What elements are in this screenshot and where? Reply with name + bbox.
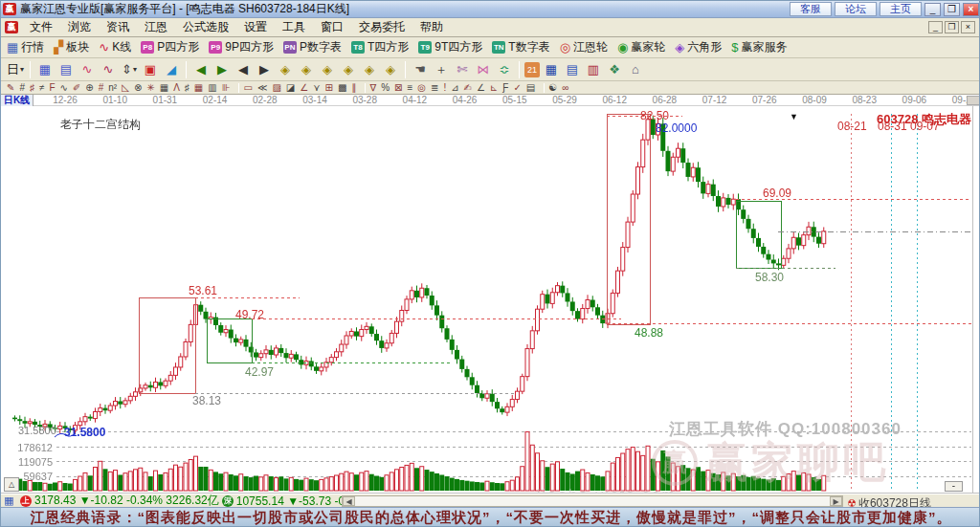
gradient-chart-icon[interactable]: ◢	[162, 60, 181, 79]
scale-toggle-icon[interactable]: ⇕▾	[120, 60, 139, 79]
draw-tool-icon-0-6[interactable]: ✐	[73, 82, 80, 94]
draw-tool-icon-0-2[interactable]: ♯	[30, 82, 34, 94]
child-restore-icon[interactable]: ❐	[945, 21, 959, 33]
remote-service-icon[interactable]: ⌂	[626, 60, 645, 79]
gann-diamond-4-icon[interactable]: ◈	[339, 60, 358, 79]
child-close-icon[interactable]: ×	[961, 21, 975, 33]
draw-tool-icon-1-6[interactable]: ⊞	[325, 82, 333, 94]
menu-item-6[interactable]: 工具	[275, 17, 313, 37]
customer-service-button[interactable]: 客服	[790, 2, 832, 16]
draw-tool-icon-2-0[interactable]: ∇	[369, 82, 376, 94]
axis-scroll-stub[interactable]	[967, 96, 980, 105]
butterfly-tool-icon[interactable]: ⋈	[474, 60, 493, 79]
draw-tool-icon-3-0[interactable]: ☯	[548, 82, 557, 94]
toolbar-item-六角形[interactable]: ◈六角形	[675, 39, 722, 55]
toolbar-item-T四方形[interactable]: T8T四方形	[351, 39, 409, 55]
scroll-right-icon[interactable]: ▶	[830, 496, 842, 506]
draw-tool-icon-2-10[interactable]: ⊾	[490, 82, 498, 94]
draw-tool-icon-0-0[interactable]: ✎	[7, 82, 14, 94]
period-day-button[interactable]: 日▾	[6, 60, 25, 79]
draw-tool-icon-0-11[interactable]: ⊗	[134, 82, 142, 94]
toolbar-item-江恩轮[interactable]: ◎江恩轮	[560, 39, 608, 55]
toolbar-item-赢家轮[interactable]: ◉赢家轮	[617, 39, 665, 55]
draw-tool-icon-1-7[interactable]: ▩	[338, 82, 346, 94]
notes-icon[interactable]: ▤	[563, 60, 582, 79]
toolbar-item-9T四方形[interactable]: T99T四方形	[418, 39, 482, 55]
gann-diamond-1-icon[interactable]: ◈	[276, 60, 295, 79]
menu-item-0[interactable]: 文件	[22, 17, 60, 37]
last-page-icon[interactable]: ▶	[212, 60, 232, 79]
toolbar-item-P数字表[interactable]: PNP数字表	[283, 39, 342, 55]
close-button[interactable]: ×	[963, 3, 979, 16]
draw-tool-icon-1-1[interactable]: ≪	[257, 82, 267, 94]
draw-tool-icon-0-10[interactable]: ◺	[122, 82, 129, 94]
kline-chart[interactable]: 603728 鸣志电器 老子十二宫结构 ▼ 82.50 82.0000 08-2…	[1, 106, 980, 494]
kline-chart-icon[interactable]: ∿	[78, 60, 97, 79]
cut-tool-icon[interactable]: ✄	[453, 60, 472, 79]
gann-diamond-6-icon[interactable]: ◈	[381, 60, 400, 79]
draw-tool-icon-0-12[interactable]: ✳	[146, 82, 154, 94]
calculator-icon[interactable]: ▦	[542, 60, 561, 79]
draw-tool-icon-2-5[interactable]: ≣	[431, 82, 438, 94]
draw-tool-icon-0-7[interactable]: ⊕	[85, 82, 93, 94]
draw-tool-icon-0-8[interactable]: #	[99, 82, 104, 94]
draw-tool-icon-2-2[interactable]: ⊠	[394, 82, 402, 94]
menu-item-3[interactable]: 江恩	[137, 17, 175, 37]
draw-tool-icon-0-4[interactable]: F	[49, 82, 55, 94]
draw-tool-icon-2-6[interactable]: !	[443, 82, 446, 94]
draw-tool-icon-2-7[interactable]: ⊿	[451, 82, 458, 94]
cycle-tool-icon[interactable]: ≎	[495, 60, 514, 79]
menu-item-2[interactable]: 资讯	[99, 17, 137, 37]
maximize-button[interactable]: ❐	[944, 3, 960, 16]
menu-item-8[interactable]: 交易委托	[351, 17, 412, 37]
multi-kline-icon[interactable]: ∿	[99, 60, 118, 79]
draw-tool-icon-0-15[interactable]: ♯	[185, 82, 189, 94]
draw-tool-icon-1-0[interactable]: ▭	[243, 82, 252, 94]
chart-scrollbar[interactable]: ◀ ▶	[342, 495, 843, 507]
draw-tool-icon-2-9[interactable]: ∠	[477, 82, 485, 94]
toolbar-item-赢家服务[interactable]: $赢家服务	[731, 39, 787, 55]
calendar-icon[interactable]: 21	[524, 62, 540, 77]
next-bar-icon[interactable]: ▶	[255, 60, 274, 79]
menu-item-4[interactable]: 公式选股	[175, 17, 236, 37]
draw-tool-icon-3-1[interactable]: ∞	[562, 82, 568, 94]
draw-tool-icon-2-3[interactable]: ≡	[407, 82, 412, 94]
draw-tool-icon-0-5[interactable]: ∿	[60, 82, 68, 94]
export-icon[interactable]: ❖	[605, 60, 624, 79]
collapse-button[interactable]: -	[945, 481, 963, 492]
draw-tool-icon-2-11[interactable]: Ƒ	[502, 82, 508, 94]
draw-tool-icon-1-8[interactable]: ∥	[351, 82, 356, 94]
draw-tool-icon-1-2[interactable]: ▨	[272, 82, 280, 94]
expand-volume-button[interactable]: △	[4, 477, 19, 492]
draw-tool-icon-0-3[interactable]: ≠	[39, 82, 45, 94]
gann-diamond-5-icon[interactable]: ◈	[360, 60, 379, 79]
prev-bar-icon[interactable]: ◀	[234, 60, 253, 79]
crosshair-tool-icon[interactable]: ＋	[432, 60, 451, 79]
scroll-left-icon[interactable]: ◀	[343, 496, 355, 506]
save-icon[interactable]: ▥	[584, 60, 603, 79]
toolbar-item-K线[interactable]: ∿K线	[99, 39, 131, 55]
menu-item-9[interactable]: 帮助	[412, 17, 451, 37]
first-page-icon[interactable]: ◀	[191, 60, 211, 79]
toolbar-item-行情[interactable]: ▦行情	[7, 39, 44, 55]
draw-tool-icon-0-13[interactable]: ▦	[160, 82, 168, 94]
draw-tool-icon-0-9[interactable]: n²	[108, 82, 117, 94]
draw-tool-icon-2-1[interactable]: %	[381, 82, 390, 94]
draw-tool-icon-0-17[interactable]: ▥	[208, 82, 216, 94]
draw-tool-icon-2-8[interactable]: ✍	[464, 82, 472, 94]
minimize-button[interactable]: _	[924, 3, 941, 16]
draw-tool-icon-0-18[interactable]: ⊪	[222, 82, 231, 94]
toolbar-item-板块[interactable]: ▞板块	[54, 39, 89, 55]
menu-item-5[interactable]: 设置	[236, 17, 275, 37]
draw-tool-icon-2-12[interactable]: ✓	[513, 82, 521, 94]
draw-tool-icon-1-5[interactable]: ⋎	[313, 82, 320, 94]
draw-tool-icon-1-4[interactable]: ∠	[300, 82, 308, 94]
toolbar-item-9P四方形[interactable]: P99P四方形	[209, 39, 274, 55]
draw-tool-icon-2-4[interactable]: ◎	[417, 82, 426, 94]
hand-tool-icon[interactable]: ☚	[411, 60, 430, 79]
toolbar-item-T数字表[interactable]: TNT数字表	[492, 39, 549, 55]
draw-tool-icon-0-1[interactable]: #	[19, 82, 25, 94]
child-minimize-icon[interactable]: _	[928, 21, 943, 33]
homepage-button[interactable]: 主页	[880, 2, 922, 16]
menu-item-1[interactable]: 浏览	[60, 17, 99, 37]
